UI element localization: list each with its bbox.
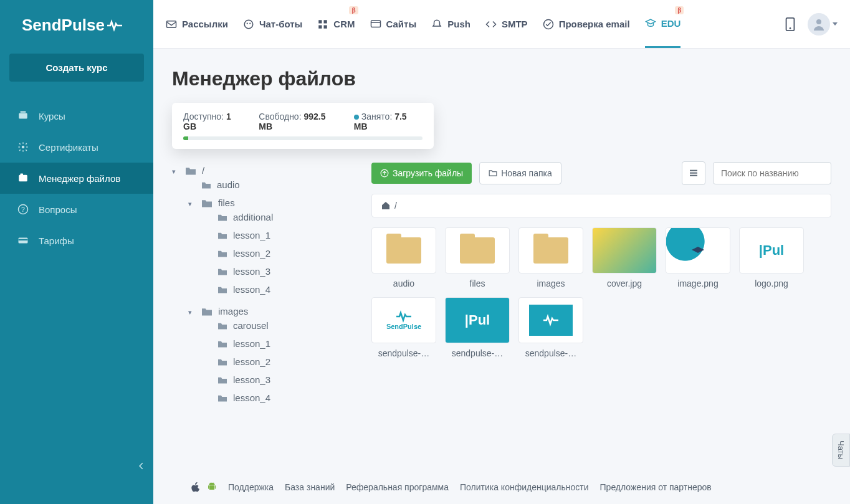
- logo[interactable]: SendPulse: [0, 0, 153, 50]
- breadcrumb-sep: /: [394, 201, 397, 211]
- tree-img-lesson-3[interactable]: lesson_3: [204, 374, 359, 385]
- file-logo[interactable]: |Pullogo.png: [739, 227, 804, 288]
- file-name: cover.jpg: [592, 278, 657, 288]
- caret-icon: [188, 306, 196, 316]
- mail-icon: [166, 19, 177, 30]
- svg-rect-4: [21, 174, 24, 176]
- topnav-smtp[interactable]: SMTP: [485, 0, 528, 48]
- file-name: images: [518, 278, 583, 288]
- svg-rect-8: [19, 239, 28, 240]
- sidebar-item-label: Сертификаты: [39, 142, 98, 153]
- file-sendpulse-1[interactable]: SendPulsesendpulse-…: [371, 297, 436, 358]
- topnav-email-check[interactable]: Проверка email: [543, 0, 630, 48]
- file-image[interactable]: image.png: [666, 227, 730, 288]
- view-toggle-button[interactable]: [682, 161, 705, 185]
- svg-rect-0: [19, 113, 27, 119]
- footer-referral[interactable]: Реферальная программа: [346, 482, 449, 492]
- new-folder-button[interactable]: Новая папка: [479, 162, 561, 184]
- footer-support[interactable]: Поддержка: [228, 482, 274, 492]
- sidebar-item-courses[interactable]: Курсы: [0, 100, 153, 131]
- upload-icon: [380, 169, 389, 178]
- apple-icon[interactable]: [191, 482, 201, 493]
- topnav-chatbots[interactable]: Чат-боты: [243, 0, 302, 48]
- caret-icon: [188, 197, 196, 208]
- sidebar-item-certificates[interactable]: Сертификаты: [0, 131, 153, 163]
- folder-tree: / audio files additional lesson_1 lesson…: [172, 161, 359, 470]
- main: Рассылки Чат-боты CRM β Сайты Push: [153, 0, 850, 504]
- tree-root[interactable]: /: [172, 165, 359, 176]
- android-icon[interactable]: [207, 482, 217, 493]
- gear-icon: [17, 141, 29, 153]
- folder-icon: [386, 237, 421, 264]
- tree-additional[interactable]: additional: [204, 212, 359, 222]
- tree-lesson-2[interactable]: lesson_2: [204, 248, 359, 259]
- folder-icon: [217, 358, 228, 366]
- tree-img-lesson-1[interactable]: lesson_1: [204, 338, 359, 349]
- label: Свободно:: [259, 112, 301, 121]
- footer-privacy[interactable]: Политика конфиденциальности: [460, 482, 589, 492]
- svg-rect-1: [21, 112, 26, 113]
- user-icon: [811, 17, 826, 32]
- tree-lesson-1[interactable]: lesson_1: [204, 230, 359, 240]
- label: Доступно:: [183, 112, 224, 121]
- footer-partners[interactable]: Предложения от партнеров: [600, 482, 712, 492]
- topnav-label: CRM: [333, 19, 355, 29]
- edu-icon: [645, 17, 656, 29]
- tree-lesson-3[interactable]: lesson_3: [204, 266, 359, 277]
- create-course-button[interactable]: Создать курс: [9, 54, 144, 82]
- progress-fill: [183, 136, 188, 140]
- tree-audio[interactable]: audio: [188, 179, 359, 190]
- tree-label: additional: [233, 212, 273, 222]
- tree-label: audio: [217, 179, 240, 190]
- tree-label: lesson_4: [233, 284, 270, 295]
- upload-button[interactable]: Загрузить файлы: [371, 163, 472, 184]
- search-input[interactable]: [713, 162, 831, 184]
- beta-badge: β: [675, 6, 684, 14]
- mobile-icon[interactable]: [785, 17, 795, 31]
- topnav-label: SMTP: [502, 19, 528, 29]
- chat-tab[interactable]: Чаты: [832, 434, 850, 467]
- folder-audio[interactable]: audio: [371, 227, 436, 288]
- tree-label: lesson_3: [233, 266, 270, 277]
- tree-files[interactable]: files: [188, 197, 359, 208]
- tree-label: lesson_1: [233, 338, 270, 349]
- breadcrumb[interactable]: /: [371, 194, 831, 217]
- file-panel: Загрузить файлы Новая папка: [371, 161, 831, 470]
- toolbar: Загрузить файлы Новая папка: [371, 161, 831, 185]
- question-icon: ?: [17, 204, 29, 215]
- sidebar-item-file-manager[interactable]: Менеджер файлов: [0, 163, 153, 194]
- folder-files[interactable]: files: [445, 227, 510, 288]
- topnav: Рассылки Чат-боты CRM β Сайты Push: [153, 0, 850, 49]
- tree-img-lesson-2[interactable]: lesson_2: [204, 356, 359, 367]
- topnav-edu[interactable]: EDU β: [645, 0, 681, 48]
- svg-rect-25: [690, 175, 697, 176]
- svg-rect-9: [167, 21, 176, 27]
- tree-label: images: [218, 306, 248, 316]
- tree-img-lesson-4[interactable]: lesson_4: [204, 392, 359, 403]
- folder-icon: [217, 321, 228, 330]
- folder-images[interactable]: images: [518, 227, 583, 288]
- sidebar: SendPulse Создать курс Курсы Сертификаты…: [0, 0, 153, 504]
- topnav-mailings[interactable]: Рассылки: [166, 0, 228, 48]
- folder-icon: [217, 249, 228, 258]
- sidebar-item-label: Курсы: [39, 111, 65, 121]
- folder-open-icon: [201, 198, 213, 208]
- tree-images[interactable]: images: [188, 306, 359, 316]
- svg-point-10: [244, 20, 253, 29]
- sidebar-item-tariffs[interactable]: Тарифы: [0, 225, 153, 256]
- footer-kb[interactable]: База знаний: [285, 482, 335, 492]
- tree-carousel[interactable]: carousel: [204, 320, 359, 331]
- sidebar-collapse-button[interactable]: [137, 462, 146, 473]
- topnav-crm[interactable]: CRM β: [317, 0, 355, 48]
- file-sendpulse-2[interactable]: |Pulsendpulse-…: [445, 297, 510, 358]
- file-cover[interactable]: cover.jpg: [592, 227, 657, 288]
- file-sendpulse-3[interactable]: sendpulse-…: [518, 297, 583, 358]
- topnav-sites[interactable]: Сайты: [370, 0, 417, 48]
- folder-icon: [217, 213, 228, 222]
- topnav-label: Проверка email: [559, 19, 630, 29]
- sidebar-item-questions[interactable]: ? Вопросы: [0, 194, 153, 225]
- tree-lesson-4[interactable]: lesson_4: [204, 284, 359, 295]
- user-menu[interactable]: [808, 13, 838, 36]
- bell-icon: [431, 19, 442, 30]
- topnav-push[interactable]: Push: [431, 0, 470, 48]
